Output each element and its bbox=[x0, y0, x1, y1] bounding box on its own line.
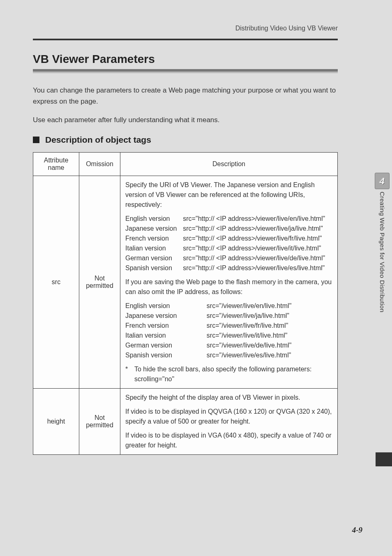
asterisk-icon: * bbox=[125, 364, 134, 384]
height-desc-p1: Specify the height of the display area o… bbox=[125, 393, 332, 403]
cell-desc-src: Specify the URI of VB Viewer. The Japane… bbox=[120, 176, 338, 388]
side-tab: 4 Creating Web Pages for Video Distribut… bbox=[375, 173, 390, 313]
square-bullet-icon bbox=[33, 137, 39, 143]
title-underline bbox=[33, 69, 338, 73]
col-header-attribute: Attribute name bbox=[33, 152, 79, 176]
height-desc-p2: If video is to be displayed in QQVGA (16… bbox=[125, 407, 332, 426]
cell-attr-src: src bbox=[33, 176, 79, 388]
cell-omission-src: Not permitted bbox=[79, 176, 120, 388]
intro-paragraph-1: You can change the parameters to create … bbox=[33, 85, 338, 107]
src-note-text: To hide the scroll bars, also specify th… bbox=[134, 364, 332, 384]
thumb-index-tab bbox=[376, 452, 392, 466]
table-row: src Not permitted Specify the URI of VB … bbox=[33, 176, 338, 388]
page-title: VB Viewer Parameters bbox=[33, 53, 338, 66]
col-header-omission: Omission bbox=[79, 152, 120, 176]
object-tags-table: Attribute name Omission Description src … bbox=[33, 152, 338, 455]
intro-paragraph-2: Use each parameter after fully understan… bbox=[33, 114, 338, 125]
col-header-description: Description bbox=[120, 152, 338, 176]
side-tab-label: Creating Web Pages for Video Distributio… bbox=[379, 192, 386, 313]
cell-desc-height: Specify the height of the display area o… bbox=[120, 388, 338, 454]
cell-attr-height: height bbox=[33, 388, 79, 454]
section-heading: Description of object tags bbox=[45, 135, 151, 145]
cell-omission-height: Not permitted bbox=[79, 388, 120, 454]
src-desc-p2: If you are saving the Web page to the fl… bbox=[125, 277, 332, 297]
src-rel-uri-list: English versionsrc="/viewer/live/en/live… bbox=[125, 301, 332, 360]
src-note: * To hide the scroll bars, also specify … bbox=[125, 364, 332, 384]
page-number: 4-9 bbox=[352, 526, 362, 535]
chapter-badge: 4 bbox=[375, 173, 390, 189]
src-full-uri-list: English versionsrc="http:// <IP address>… bbox=[125, 214, 332, 273]
table-row: height Not permitted Specify the height … bbox=[33, 388, 338, 454]
src-desc-p1: Specify the URI of VB Viewer. The Japane… bbox=[125, 180, 332, 210]
running-header: Distributing Video Using VB Viewer bbox=[33, 25, 367, 32]
header-rule bbox=[33, 39, 338, 40]
table-header-row: Attribute name Omission Description bbox=[33, 152, 338, 176]
height-desc-p3: If video is to be displayed in VGA (640 … bbox=[125, 431, 332, 450]
